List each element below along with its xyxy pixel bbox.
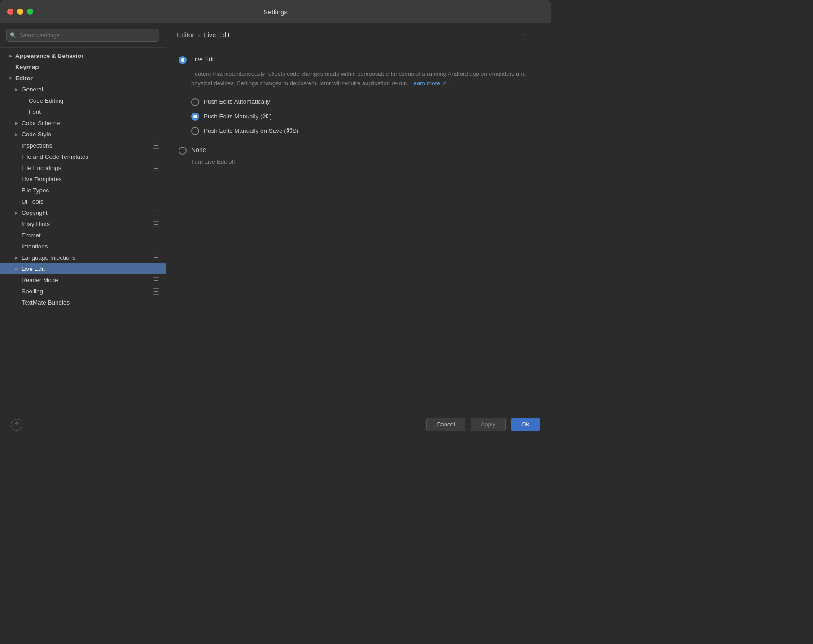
main-content: 🔍 ▶Appearance & BehaviorKeymap▼Editor▶Ge…: [0, 23, 551, 411]
breadcrumb-parent: Editor: [177, 31, 194, 39]
sidebar-item-label: Copyright: [22, 209, 48, 216]
push-auto-label: Push Edits Automatically: [204, 98, 270, 105]
sidebar-item-code-style[interactable]: ▶Code Style: [0, 129, 166, 140]
panel-header: Editor › Live Edit ← →: [166, 23, 551, 44]
sidebar-item-label: Appearance & Behavior: [15, 52, 83, 59]
right-panel: Editor › Live Edit ← → Live Edit Feature…: [166, 23, 551, 411]
sidebar-item-label: Keymap: [15, 64, 39, 70]
sidebar-item-label: Font: [29, 109, 41, 115]
sidebar-item-label: Code Style: [22, 131, 51, 138]
sidebar-item-color-scheme[interactable]: ▶Color Scheme: [0, 117, 166, 129]
help-button[interactable]: ?: [11, 419, 22, 431]
sidebar-item-label: File and Code Templates: [22, 153, 88, 160]
chevron-icon: ▶: [13, 266, 20, 272]
sidebar-item-copyright[interactable]: ▶Copyright: [0, 207, 166, 218]
push-save-label: Push Edits Manually on Save (⌘S): [204, 127, 298, 134]
sidebar-item-editor[interactable]: ▼Editor: [0, 73, 166, 84]
sidebar-item-file-encodings[interactable]: File Encodings: [0, 162, 166, 174]
live-edit-radio[interactable]: [179, 56, 187, 64]
nav-list: ▶Appearance & BehaviorKeymap▼Editor▶Gene…: [0, 48, 166, 411]
live-edit-section: Live Edit: [179, 55, 538, 64]
none-description: Turn Live Edit off.: [191, 158, 538, 165]
push-options-group: Push Edits Automatically Push Edits Manu…: [191, 97, 538, 135]
sidebar-item-label: File Encodings: [22, 165, 61, 171]
sidebar-item-label: Intentions: [22, 243, 48, 250]
chevron-icon: ▼: [7, 75, 13, 82]
traffic-lights: [7, 9, 33, 15]
sidebar-item-ui-tools[interactable]: UI Tools: [0, 196, 166, 207]
sidebar-item-label: TextMate Bundles: [22, 299, 70, 306]
footer-right: Cancel Apply OK: [426, 418, 540, 431]
nav-badge-icon: [153, 288, 159, 295]
panel-body: Live Edit Feature that instantaneously r…: [166, 44, 551, 411]
breadcrumb: Editor › Live Edit: [177, 31, 230, 39]
sidebar-item-appearance[interactable]: ▶Appearance & Behavior: [0, 50, 166, 61]
nav-badge-icon: [153, 277, 159, 283]
sidebar-item-file-types[interactable]: File Types: [0, 185, 166, 196]
forward-arrow[interactable]: →: [533, 30, 540, 39]
sidebar-item-general[interactable]: ▶General: [0, 84, 166, 95]
title-bar: Settings: [0, 0, 551, 23]
sidebar-item-file-code-templates[interactable]: File and Code Templates: [0, 151, 166, 162]
cancel-button[interactable]: Cancel: [426, 418, 465, 431]
nav-badge-icon: [153, 255, 159, 261]
none-radio[interactable]: [179, 147, 187, 155]
push-auto-radio[interactable]: [191, 98, 199, 106]
push-manual-label: Push Edits Manually (⌘'): [204, 113, 272, 120]
footer-left: ?: [11, 419, 22, 431]
close-button[interactable]: [7, 9, 13, 15]
sidebar-item-label: UI Tools: [22, 198, 44, 205]
sidebar-item-label: Language Injections: [22, 254, 76, 261]
nav-badge-icon: [153, 143, 159, 149]
nav-arrows: ← →: [521, 30, 540, 39]
chevron-icon: ▶: [13, 210, 20, 216]
sidebar-item-reader-mode[interactable]: Reader Mode: [0, 274, 166, 286]
sidebar-item-textmate-bundles[interactable]: TextMate Bundles: [0, 297, 166, 308]
sidebar-item-live-templates[interactable]: Live Templates: [0, 174, 166, 185]
ok-button[interactable]: OK: [511, 418, 540, 431]
sidebar-item-inspections[interactable]: Inspections: [0, 140, 166, 151]
sidebar-item-live-edit[interactable]: ▶Live Edit: [0, 263, 166, 274]
search-container: 🔍: [0, 23, 166, 48]
sidebar-item-label: File Types: [22, 187, 49, 194]
sidebar-item-font[interactable]: Font: [0, 106, 166, 117]
sidebar-item-emmet[interactable]: Emmet: [0, 230, 166, 241]
breadcrumb-separator: ›: [198, 31, 200, 39]
apply-button[interactable]: Apply: [471, 418, 506, 431]
sidebar-item-label: Live Edit: [22, 265, 45, 272]
nav-badge-icon: [153, 165, 159, 171]
back-arrow[interactable]: ←: [521, 30, 529, 39]
footer: ? Cancel Apply OK: [0, 411, 551, 438]
sidebar-item-label: Spelling: [22, 288, 43, 295]
sidebar-item-inlay-hints[interactable]: Inlay Hints: [0, 218, 166, 230]
maximize-button[interactable]: [27, 9, 33, 15]
sidebar-item-intentions[interactable]: Intentions: [0, 241, 166, 252]
minimize-button[interactable]: [17, 9, 23, 15]
sidebar-item-keymap[interactable]: Keymap: [0, 61, 166, 73]
sidebar: 🔍 ▶Appearance & BehaviorKeymap▼Editor▶Ge…: [0, 23, 166, 411]
window-title: Settings: [263, 8, 288, 16]
sidebar-item-spelling[interactable]: Spelling: [0, 286, 166, 297]
push-auto-row: Push Edits Automatically: [191, 97, 538, 106]
live-edit-desc-text: Feature that instantaneously reflects co…: [191, 70, 526, 87]
nav-badge-icon: [153, 210, 159, 216]
none-label: None: [191, 146, 206, 153]
sidebar-item-label: Inspections: [22, 142, 52, 149]
push-save-row: Push Edits Manually on Save (⌘S): [191, 126, 538, 135]
sidebar-item-label: Inlay Hints: [22, 221, 50, 227]
sidebar-item-label: Color Scheme: [22, 120, 60, 126]
sidebar-item-label: General: [22, 86, 43, 93]
chevron-icon: ▶: [13, 255, 20, 261]
live-edit-description: Feature that instantaneously reflects co…: [191, 70, 538, 88]
none-section: None: [179, 146, 538, 155]
learn-more-link[interactable]: Learn more ↗: [410, 80, 446, 87]
chevron-icon: ▶: [13, 120, 20, 126]
sidebar-item-label: Code Editing: [29, 97, 63, 104]
push-manual-radio[interactable]: [191, 113, 199, 121]
search-input[interactable]: [6, 29, 159, 42]
push-save-radio[interactable]: [191, 127, 199, 135]
sidebar-item-label: Editor: [15, 75, 33, 82]
sidebar-item-code-editing[interactable]: Code Editing: [0, 95, 166, 106]
sidebar-item-language-injections[interactable]: ▶Language Injections: [0, 252, 166, 263]
chevron-icon: ▶: [13, 87, 20, 93]
